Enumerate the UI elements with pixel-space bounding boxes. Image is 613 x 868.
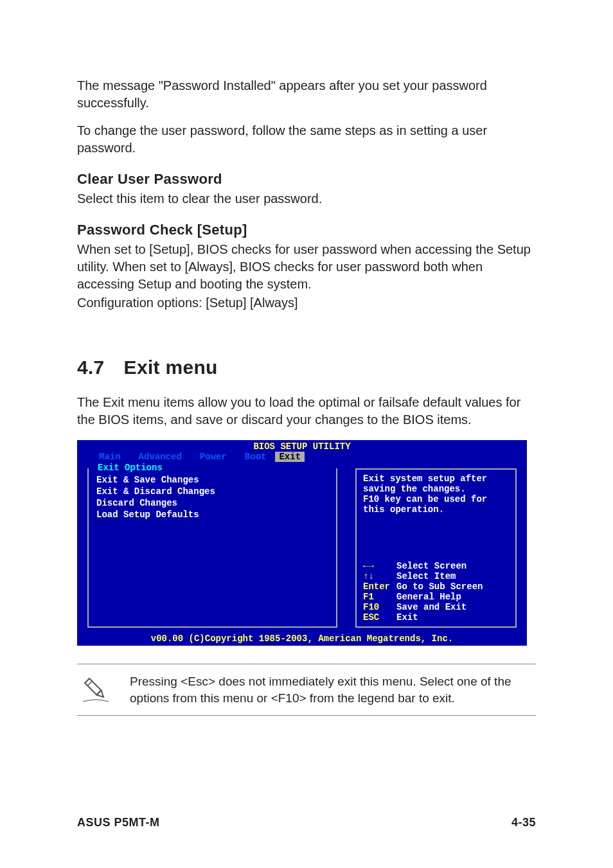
- bios-item-exit-save[interactable]: Exit & Save Changes: [96, 475, 328, 485]
- pencil-icon: [80, 673, 112, 705]
- footer-product: ASUS P5MT-M: [77, 816, 160, 829]
- bios-screenshot: BIOS SETUP UTILITY Main Advanced Power B…: [77, 440, 527, 646]
- bios-key-action: Save and Exit: [396, 602, 466, 612]
- section-number: 4.7: [77, 357, 105, 378]
- bios-key-action: Select Item: [396, 571, 456, 581]
- bios-key-action: General Help: [396, 592, 461, 602]
- bios-key: ←→: [363, 561, 396, 571]
- password-check-body-2: Configuration options: [Setup] [Always]: [77, 294, 536, 312]
- bios-key-row: F1General Help: [363, 592, 509, 602]
- bios-left-pane: Exit Options Exit & Save Changes Exit & …: [78, 465, 346, 632]
- intro-p1: The message "Password Installed" appears…: [77, 77, 536, 112]
- section-heading: 4.7 Exit menu: [77, 357, 536, 378]
- bios-key-action: Select Screen: [396, 561, 466, 571]
- svg-marker-1: [96, 690, 105, 699]
- bios-key: F10: [363, 602, 396, 612]
- intro-p2: To change the user password, follow the …: [77, 122, 536, 157]
- section-intro: The Exit menu items allow you to load th…: [77, 394, 536, 429]
- page: The message "Password Installed" appears…: [0, 0, 613, 868]
- password-check-body-1: When set to [Setup], BIOS checks for use…: [77, 241, 536, 293]
- heading-clear-user-password: Clear User Password: [77, 171, 536, 188]
- bios-item-discard[interactable]: Discard Changes: [96, 498, 328, 508]
- bios-footer: v00.00 (C)Copyright 1985-2003, American …: [77, 632, 527, 646]
- clear-user-password-body: Select this item to clear the user passw…: [77, 190, 536, 208]
- footer-page-number: 4-35: [511, 816, 536, 829]
- bios-item-exit-discard[interactable]: Exit & Discard Changes: [96, 486, 328, 497]
- svg-line-2: [87, 681, 92, 686]
- bios-key: ESC: [363, 612, 396, 623]
- bios-tab-exit[interactable]: Exit: [275, 452, 305, 462]
- bios-key-legend: ←→Select Screen ↑↓Select Item EnterGo to…: [363, 561, 509, 623]
- bios-tab-advanced[interactable]: Advanced: [130, 452, 191, 462]
- bios-key: Enter: [363, 581, 396, 592]
- note-box: Pressing <Esc> does not immediately exit…: [77, 664, 536, 716]
- section-title: Exit menu: [124, 357, 218, 378]
- note-text: Pressing <Esc> does not immediately exit…: [130, 673, 533, 706]
- bios-key-row: ←→Select Screen: [363, 561, 509, 571]
- bios-key-action: Exit: [396, 612, 418, 623]
- heading-password-check: Password Check [Setup]: [77, 222, 536, 238]
- bios-left-legend: Exit Options: [95, 463, 165, 473]
- bios-key-row: ↑↓Select Item: [363, 571, 509, 581]
- bios-right-pane: Exit system setup after saving the chang…: [346, 465, 526, 632]
- bios-body: Exit Options Exit & Save Changes Exit & …: [77, 465, 527, 632]
- bios-key-row: ESCExit: [363, 612, 509, 623]
- bios-key-action: Go to Sub Screen: [396, 581, 483, 592]
- bios-key: F1: [363, 592, 396, 602]
- bios-title: BIOS SETUP UTILITY: [77, 440, 527, 452]
- bios-tab-main[interactable]: Main: [90, 452, 130, 462]
- bios-help-text: Exit system setup after saving the chang…: [363, 474, 509, 515]
- bios-key-row: F10Save and Exit: [363, 602, 509, 612]
- bios-tab-power[interactable]: Power: [191, 452, 236, 462]
- page-footer: ASUS P5MT-M 4-35: [77, 816, 536, 829]
- bios-item-load-defaults[interactable]: Load Setup Defaults: [96, 509, 328, 520]
- bios-key-row: EnterGo to Sub Screen: [363, 581, 509, 592]
- bios-key: ↑↓: [363, 571, 396, 581]
- bios-tab-boot[interactable]: Boot: [236, 452, 276, 462]
